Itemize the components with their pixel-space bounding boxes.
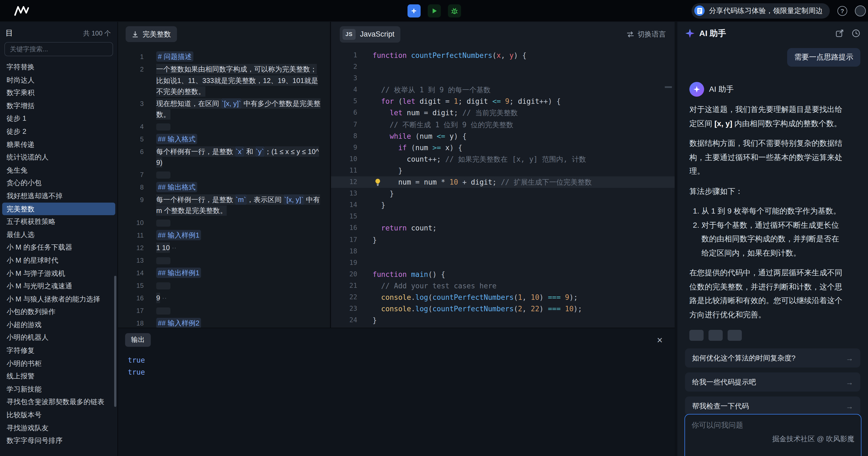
sidebar-item[interactable]: 寻找包含斐波那契数最多的链表 [2,396,115,409]
close-icon[interactable]: × [657,335,662,345]
problem-title: 完美整数 [143,29,171,39]
sidebar-item[interactable]: 数字乘积 [2,86,115,99]
code-line-number: 7 [331,119,357,130]
sidebar-item[interactable]: 五子棋获胜策略 [2,215,115,228]
sidebar-item[interactable]: 徒步 2 [2,125,115,138]
message-action-placeholder[interactable] [709,330,723,341]
sidebar-item[interactable]: 小明的书柜 [2,357,115,370]
ai-steps-list: 从 1 到 9 枚举每个可能的数字作为基数。对于每个基数，通过循环不断生成更长位… [689,204,844,260]
sidebar-item[interactable]: 小 M 的星球时代 [2,254,115,267]
code-line[interactable]: 22 console.log(countPerfectNumbers(1, 10… [331,292,675,303]
sidebar-item[interactable]: 比较版本号 [2,409,115,421]
code-line[interactable]: 9 if (num >= x) { [331,142,675,154]
sidebar-scrollbar[interactable] [114,276,116,407]
code-line-number: 3 [331,73,357,84]
sidebar-item[interactable]: 贪心的小包 [2,177,115,190]
sidebar-item[interactable]: 字符替换 [2,61,115,73]
lightbulb-icon[interactable] [374,178,382,186]
code-line[interactable]: 6 let num = digit; // 当前完美整数 [331,107,675,119]
sidebar-item[interactable]: 完美整数 [2,202,115,215]
output-tab-chip[interactable]: 输出 [125,333,151,347]
search-input[interactable] [4,42,113,56]
sidebar-item[interactable]: 小明的机器人 [2,331,115,344]
code-line[interactable]: 24} [331,315,675,326]
code-line[interactable]: 1function countPerfectNumbers(x, y) { [331,50,675,61]
sidebar-item[interactable]: 兔生兔 [2,164,115,177]
sidebar-item[interactable]: 小包的数列操作 [2,305,115,318]
problem-title-chip[interactable]: 完美整数 [126,26,177,42]
sidebar-item[interactable]: 线上报警 [2,370,115,383]
code-line[interactable]: 14 } [331,199,675,211]
sidebar-item[interactable]: 小 M 与光明之魂速通 [2,280,115,292]
code-line[interactable]: 15 [331,211,675,223]
code-line[interactable]: 10 count++; // 如果完美整数在 [x, y] 范围内, 计数 [331,154,675,165]
language-chip[interactable]: JS JavaScript [340,26,400,42]
markdown-heading: # 问题描述 [156,51,193,62]
sidebar-item[interactable]: 寻找游戏队友 [2,421,115,434]
user-message-bubble: 需要一点思路提示 [787,48,860,67]
line-number: 2 [118,64,144,75]
ai-paragraph: 对于这道题，我们首先要理解题目是要找出给定区间 [x, y] 内由相同数字构成的… [689,103,844,131]
problem-line: 7 [118,169,330,181]
line-number: 8 [118,182,144,193]
sidebar-item[interactable]: 数字字母问号排序 [2,434,115,447]
sidebar-item[interactable]: 字符修复 [2,344,115,357]
code-line[interactable]: 21 // Add your test cases here [331,280,675,292]
code-line[interactable]: 16 return count; [331,223,675,234]
sidebar-item[interactable]: 学习新技能 [2,383,115,396]
sidebar-item[interactable]: 我好想逃却逃不掉 [2,190,115,202]
problem-line: 4 [118,121,330,133]
sidebar-item[interactable]: 小 M 与狼人拯救者的能力选择 [2,292,115,305]
suggestion-button[interactable]: 如何优化这个算法的时间复杂度?→ [685,349,860,367]
code-line[interactable]: 13 } [331,188,675,199]
new-file-button[interactable]: + [407,4,420,17]
message-action-placeholder[interactable] [689,330,704,341]
switch-language-button[interactable]: 切换语言 [626,29,666,39]
chat-input-placeholder: 你可以问我问题 [691,421,743,429]
sidebar-item[interactable]: 统计说谎的人 [2,151,115,164]
suggestion-button[interactable]: 给我一些代码提示吧→ [685,372,860,392]
sidebar-item[interactable]: 小 M 的多任务下载器 [2,241,115,254]
code-line[interactable]: 8 while (num <= y) { [331,130,675,142]
code-line[interactable]: 7 // 不断生成 1 位到 9 位的完美整数 [331,119,675,130]
profile-icon[interactable] [855,5,866,16]
code-line[interactable]: 5 for (let digit = 1; digit <= 9; digit+… [331,96,675,107]
inline-code: `[x, y]` [283,194,304,204]
code-line[interactable]: 23 console.log(countPerfectNumbers(2, 22… [331,303,675,315]
share-icon[interactable] [835,29,844,38]
help-icon[interactable]: ? [837,6,847,15]
code-area[interactable]: 1function countPerfectNumbers(x, y) {234… [331,46,675,328]
arrow-right-icon: → [846,402,853,411]
sidebar-item[interactable]: 糖果传递 [2,138,115,151]
code-line[interactable]: 3 [331,73,675,84]
code-line[interactable]: 4 // 枚举从 1 到 9 的每一个基数 [331,85,675,96]
line-number: 3 [118,98,144,109]
ai-chat-input[interactable]: 你可以问我问题 掘金技术社区 @ 吹风影魔 [684,414,862,456]
editor-scroll-indicator[interactable] [665,86,672,88]
code-line[interactable]: 11 } [331,165,675,176]
debug-button[interactable] [448,4,461,17]
code-line[interactable]: 12 num = num * 10 + digit; // 扩展生成下一位完美整… [331,176,675,188]
logo-icon[interactable] [14,5,29,16]
sidebar-item[interactable]: 最佳人选 [2,228,115,241]
suggestion-button[interactable]: 帮我检查一下代码→ [685,396,860,416]
code-line[interactable]: 20function main() { [331,269,675,280]
history-icon[interactable] [851,29,860,38]
sidebar-item[interactable]: 小 M 与弹子游戏机 [2,267,115,280]
code-line[interactable]: 18 [331,246,675,257]
sidebar-item[interactable]: 徒步 1 [2,112,115,125]
line-number: 9 [118,194,144,206]
sidebar-item[interactable]: 小超的游戏 [2,318,115,331]
promo-banner[interactable]: 分享代码练习体验，领限量定制周边 [691,3,830,18]
center-column: 完美整数 1# 问题描述2一个整数如果由相同数字构成，可以称为完美整数；比如说1… [118,22,675,456]
output-lines: truetrue [118,347,675,379]
run-button[interactable] [428,4,440,17]
ai-paragraph: 在您提供的代码中，通过两层循环来生成不同位数的完美整数，并进行判断和计数，这个思… [689,266,844,322]
sidebar-item[interactable]: 时尚达人 [2,73,115,86]
code-line[interactable]: 17} [331,234,675,246]
sidebar-item[interactable]: 数字增括 [2,99,115,112]
code-line-number: 18 [331,246,357,257]
code-line[interactable]: 19 [331,257,675,268]
message-action-placeholder[interactable] [727,330,742,341]
code-line[interactable]: 2 [331,61,675,73]
